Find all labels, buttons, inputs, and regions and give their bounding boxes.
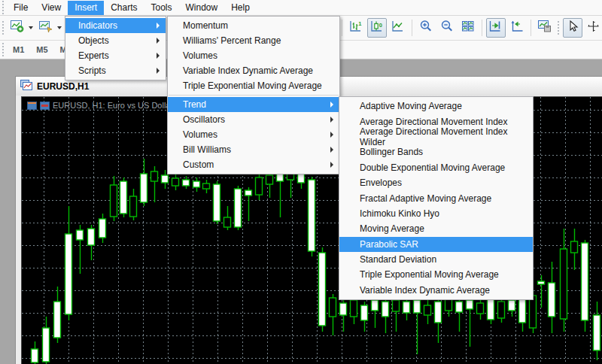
crosshair-button[interactable] bbox=[584, 18, 602, 38]
toolbar-separator bbox=[412, 20, 412, 36]
menu-item-williams-percent-range[interactable]: Williams' Percent Range bbox=[168, 33, 339, 48]
menu-item-label: Standard Deviation bbox=[360, 254, 436, 265]
menu-help[interactable]: Help bbox=[224, 1, 257, 15]
chart-tools-group: 1 0 bbox=[339, 18, 602, 38]
one-click-trading-icon[interactable] bbox=[27, 102, 37, 110]
chart-symbol-label: EURUSD, H1: Euro vs US Dollar bbox=[53, 101, 173, 110]
toolbar-separator bbox=[342, 20, 342, 36]
toolbar-drag-handle[interactable] bbox=[2, 42, 5, 57]
menu-item-fractal-adaptive-moving-average[interactable]: Fractal Adaptive Moving Average bbox=[339, 190, 533, 205]
menu-item-double-exponential-moving-average[interactable]: Double Exponential Moving Average bbox=[339, 160, 533, 175]
menu-file[interactable]: File bbox=[7, 1, 35, 15]
submenu-arrow-icon bbox=[330, 117, 333, 123]
templates-button[interactable] bbox=[535, 18, 555, 38]
new-chart-dropdown-caret[interactable] bbox=[29, 26, 33, 29]
menu-item-custom[interactable]: Custom bbox=[168, 157, 339, 172]
bar-chart-icon: 1 bbox=[348, 20, 363, 36]
tile-windows-button[interactable] bbox=[458, 18, 478, 38]
menu-item-label: Oscillators bbox=[183, 114, 225, 125]
menu-item-variable-index-dynamic-average[interactable]: Variable Index Dynamic Average bbox=[168, 63, 339, 78]
auto-scroll-icon bbox=[488, 20, 503, 36]
depth-of-market-icon[interactable] bbox=[40, 102, 50, 110]
menu-item-label: Moving Average bbox=[360, 223, 424, 234]
menu-insert[interactable]: Insert bbox=[68, 1, 104, 15]
chart-shift-icon bbox=[509, 20, 524, 36]
toolbar-separator bbox=[531, 20, 531, 36]
timeframe-m5-button[interactable]: M5 bbox=[31, 43, 53, 56]
menu-item-bill-williams[interactable]: Bill Williams bbox=[168, 142, 339, 157]
menu-item-average-directional-movement-index-wilder[interactable]: Average Directional Movement Index Wilde… bbox=[339, 129, 533, 144]
menu-item-experts[interactable]: Experts bbox=[65, 48, 166, 63]
templates-icon bbox=[537, 20, 552, 36]
menu-item-label: Momentum bbox=[183, 20, 228, 31]
chart-window-title: EURUSD,H1 bbox=[37, 81, 89, 92]
menu-item-label: Objects bbox=[78, 35, 109, 46]
menu-view[interactable]: View bbox=[35, 1, 68, 15]
cursor-button[interactable] bbox=[563, 18, 582, 38]
menu-item-moving-average[interactable]: Moving Average bbox=[339, 221, 533, 236]
zoom-in-button[interactable] bbox=[416, 18, 436, 38]
menu-item-momentum[interactable]: Momentum bbox=[168, 18, 339, 33]
toolbar-drag-handle[interactable] bbox=[557, 20, 560, 35]
menu-item-label: Volumes bbox=[183, 50, 217, 61]
menu-item-label: Average Directional Movement Index bbox=[360, 117, 508, 127]
menu-item-parabolic-sar[interactable]: Parabolic SAR bbox=[339, 237, 533, 252]
auto-scroll-button[interactable] bbox=[486, 18, 506, 38]
menu-item-variable-index-dynamic-average-trend[interactable]: Variable Index Dynamic Average bbox=[339, 283, 533, 298]
menu-item-label: Fractal Adaptive Moving Average bbox=[360, 193, 491, 204]
menu-item-volumes[interactable]: Volumes bbox=[168, 48, 339, 63]
profiles-button[interactable] bbox=[36, 18, 56, 38]
svg-text:0: 0 bbox=[379, 22, 382, 29]
submenu-arrow-icon bbox=[157, 68, 160, 74]
candlestick-chart-button[interactable]: 0 bbox=[367, 18, 387, 38]
menu-item-label: Parabolic SAR bbox=[360, 239, 418, 250]
menu-item-label: Scripts bbox=[78, 65, 106, 76]
menu-item-bollinger-bands[interactable]: Bollinger Bands bbox=[339, 144, 533, 159]
menu-item-label: Trend bbox=[183, 99, 206, 110]
menu-tools[interactable]: Tools bbox=[144, 1, 179, 15]
candlestick-chart-icon: 0 bbox=[369, 20, 385, 36]
menu-item-triple-exponential-moving-average[interactable]: Triple Exponential Moving Average bbox=[168, 78, 339, 93]
menu-item-triple-exponential-moving-average-trend[interactable]: Triple Exponential Moving Average bbox=[339, 267, 533, 282]
menu-separator bbox=[169, 95, 339, 96]
trend-submenu: Adaptive Moving Average Average Directio… bbox=[339, 96, 534, 300]
bar-chart-button[interactable]: 1 bbox=[346, 18, 366, 38]
menu-item-ichimoku-kinko-hyo[interactable]: Ichimoku Kinko Hyo bbox=[339, 206, 533, 221]
menu-window[interactable]: Window bbox=[179, 1, 225, 15]
cursor-icon bbox=[565, 20, 580, 36]
menu-item-oscillators[interactable]: Oscillators bbox=[168, 112, 339, 127]
zoom-out-button[interactable] bbox=[437, 18, 457, 38]
menu-item-label: Adaptive Moving Average bbox=[360, 101, 462, 111]
menu-item-label: Variable Index Dynamic Average bbox=[360, 285, 490, 296]
menu-item-objects[interactable]: Objects bbox=[65, 33, 166, 48]
menu-item-envelopes[interactable]: Envelopes bbox=[339, 175, 533, 190]
new-chart-button[interactable] bbox=[8, 18, 27, 38]
menu-item-label: Double Exponential Moving Average bbox=[360, 162, 505, 173]
menu-charts[interactable]: Charts bbox=[104, 1, 144, 15]
submenu-arrow-icon bbox=[157, 38, 160, 44]
menubar-drag-handle[interactable] bbox=[2, 0, 5, 15]
profiles-icon bbox=[38, 20, 53, 36]
chart-shift-button[interactable] bbox=[507, 18, 527, 38]
chart-symbol-label-row: EURUSD, H1: Euro vs US Dollar bbox=[27, 101, 173, 110]
line-chart-button[interactable] bbox=[388, 18, 408, 38]
menu-item-label: Triple Exponential Moving Average bbox=[183, 80, 322, 91]
new-chart-icon bbox=[10, 20, 25, 36]
menu-item-trend[interactable]: Trend bbox=[168, 97, 339, 112]
toolbar-drag-handle[interactable] bbox=[2, 20, 5, 35]
menu-item-adaptive-moving-average[interactable]: Adaptive Moving Average bbox=[339, 99, 533, 114]
submenu-arrow-icon bbox=[330, 102, 333, 108]
menu-item-scripts[interactable]: Scripts bbox=[65, 63, 166, 78]
tile-windows-icon bbox=[461, 20, 476, 36]
timeframe-m1-button[interactable]: M1 bbox=[8, 43, 29, 56]
menu-item-label: Bollinger Bands bbox=[360, 147, 423, 157]
zoom-in-icon bbox=[418, 20, 433, 36]
menu-item-volumes-group[interactable]: Volumes bbox=[168, 127, 339, 142]
submenu-arrow-icon bbox=[330, 147, 333, 153]
menu-item-indicators[interactable]: Indicators bbox=[65, 18, 166, 33]
toolbar-separator bbox=[482, 20, 482, 36]
menu-item-standard-deviation[interactable]: Standard Deviation bbox=[339, 252, 533, 267]
profiles-dropdown-caret[interactable] bbox=[57, 26, 62, 29]
submenu-arrow-icon bbox=[330, 162, 333, 168]
menu-item-label: Envelopes bbox=[360, 177, 402, 188]
